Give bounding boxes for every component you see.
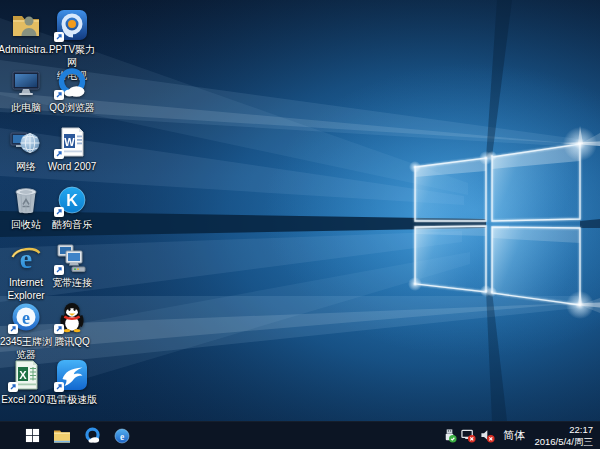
desktop-icon-tencent-qq[interactable]: 腾讯QQ — [45, 301, 99, 348]
taskbar-clock[interactable]: 22:17 2016/5/4/周三 — [532, 424, 597, 447]
volume-muted-icon[interactable] — [479, 427, 496, 444]
svg-text:e: e — [20, 243, 32, 274]
icon-label: 网络 — [16, 160, 36, 173]
icon-label: Excel 2007 — [1, 393, 50, 406]
shortcut-arrow-icon — [54, 32, 64, 42]
icon-label: 迅雷极速版 — [47, 393, 97, 406]
start-button[interactable] — [17, 422, 47, 449]
input-method-indicator[interactable]: 简体 — [498, 428, 530, 443]
this-pc-icon — [10, 67, 42, 99]
shortcut-arrow-icon — [54, 90, 64, 100]
user-folder-icon — [10, 9, 42, 41]
shortcut-arrow-icon — [54, 149, 64, 159]
pptv-icon — [56, 9, 88, 41]
blue-e-browser-icon: e — [114, 428, 130, 444]
kugou-music-icon: K — [56, 184, 88, 216]
icon-label: 此电脑 — [11, 101, 41, 114]
folder-icon — [53, 428, 71, 444]
icon-label: Internet Explorer — [7, 276, 44, 302]
clock-date: 2016/5/4/周三 — [534, 436, 593, 448]
thunder-bird-icon — [56, 359, 88, 391]
desktop-icon-word-2007[interactable]: W Word 2007 — [45, 126, 99, 173]
svg-text:e: e — [22, 308, 30, 328]
qq-browser-button[interactable] — [77, 422, 107, 449]
svg-text:K: K — [66, 192, 78, 209]
network-icon — [10, 126, 42, 158]
file-explorer-button[interactable] — [47, 422, 77, 449]
qq-penguin-icon — [56, 301, 88, 333]
shortcut-arrow-icon — [54, 324, 64, 334]
desktop-icon-thunder[interactable]: 迅雷极速版 — [45, 359, 99, 406]
desktop-icon-qq-browser[interactable]: QQ浏览器 — [45, 67, 99, 114]
svg-text:W: W — [64, 136, 75, 148]
recycle-bin-icon — [10, 184, 42, 216]
network-disconnected-icon[interactable] — [460, 427, 477, 444]
icon-label: 宽带连接 — [52, 276, 92, 289]
2345-browser-icon: e — [10, 301, 42, 333]
shortcut-arrow-icon — [54, 265, 64, 275]
taskbar: e — [0, 421, 600, 449]
desktop-icon-broadband[interactable]: 宽带连接 — [45, 242, 99, 289]
shortcut-arrow-icon — [8, 382, 18, 392]
broadband-connection-icon — [56, 242, 88, 274]
browser-e-button[interactable]: e — [107, 422, 137, 449]
usb-device-icon[interactable] — [441, 427, 458, 444]
windows-logo-icon — [25, 428, 40, 443]
icon-label: Word 2007 — [48, 160, 97, 173]
desktop-icon-kugou[interactable]: K 酷狗音乐 — [45, 184, 99, 231]
system-tray: 简体 22:17 2016/5/4/周三 — [441, 422, 600, 449]
desktop: Administra... PPTV聚力 网 络电视 — [0, 0, 600, 449]
svg-text:e: e — [120, 431, 124, 441]
icon-label: 酷狗音乐 — [52, 218, 92, 231]
excel-icon: X — [10, 359, 42, 391]
shortcut-arrow-icon — [8, 324, 18, 334]
icon-label: 腾讯QQ — [54, 335, 90, 348]
word-icon: W — [56, 126, 88, 158]
icon-label: 回收站 — [11, 218, 41, 231]
icon-label: QQ浏览器 — [49, 101, 95, 114]
clock-time: 22:17 — [534, 424, 593, 436]
svg-text:X: X — [19, 369, 27, 381]
shortcut-arrow-icon — [54, 382, 64, 392]
qq-browser-icon — [56, 67, 88, 99]
internet-explorer-icon: e — [10, 242, 42, 274]
shortcut-arrow-icon — [54, 207, 64, 217]
qq-browser-icon — [84, 427, 101, 444]
